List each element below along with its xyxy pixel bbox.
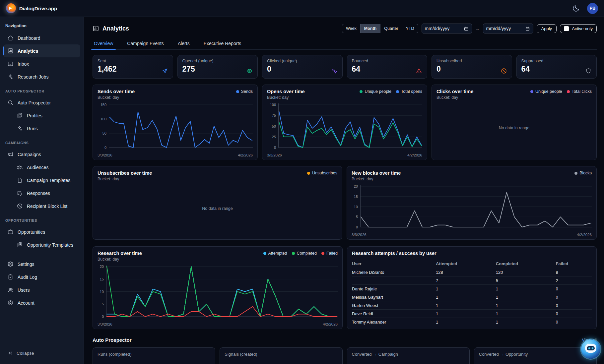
auto-prospector-section-header: Auto Prospector View all — [93, 337, 597, 343]
sidebar-item-inbox[interactable]: Inbox — [3, 57, 80, 70]
sidebar-item-label: Campaigns — [18, 152, 41, 157]
calendar-icon[interactable] — [464, 26, 469, 31]
research-over-time-card: Research over timeAttemptedCompletedFail… — [93, 246, 343, 329]
x-axis-start: 3/3/2026 — [98, 153, 112, 157]
app-name: DialogDrive.app — [19, 6, 57, 11]
tab-bar: OverviewCampaign EventsAlertsExecutive R… — [93, 38, 597, 50]
chat-icon — [17, 190, 23, 196]
chart-bucket-label: Bucket: day — [436, 95, 592, 100]
table-row: Melissa Gayhart110 — [352, 293, 592, 301]
sidebar-section-label: Navigation — [3, 22, 80, 31]
chart-legend: Sends — [236, 89, 253, 94]
sidebar-item-label: Auto Prospector — [18, 100, 51, 105]
legend-item: Attempted — [263, 251, 287, 256]
sidebar-item-profiles[interactable]: Profiles — [13, 109, 80, 122]
warning-icon — [416, 68, 422, 74]
clicks-over-time-card: Clicks over timeUnique peopleTotal click… — [432, 85, 597, 160]
search-icon — [7, 99, 14, 106]
plot-area — [278, 103, 422, 151]
kpi-value: 64 — [521, 65, 592, 74]
range-button-ytd[interactable]: YTD — [402, 24, 418, 33]
page-title: Analytics — [102, 25, 129, 32]
sidebar-item-runs[interactable]: Runs — [13, 122, 80, 135]
range-segmented-control: WeekMonthQuarterYTD — [342, 24, 418, 33]
chart-icon — [7, 48, 14, 54]
auto-prospector-card-converted-campaign: Converted → Campaign — [347, 347, 470, 364]
tab-executive-reports[interactable]: Executive Reports — [203, 38, 242, 49]
sidebar-item-label: Dashboard — [18, 35, 40, 41]
range-button-quarter[interactable]: Quarter — [380, 24, 402, 33]
sidebar-item-label: Profiles — [27, 113, 42, 118]
sidebar-section-label: CAMPAIGNS — [3, 135, 80, 148]
active-only-toggle[interactable]: Active only — [560, 24, 597, 33]
clipboard-icon — [7, 274, 14, 280]
y-axis: 150100500 — [98, 103, 109, 151]
apply-button[interactable]: Apply — [537, 24, 557, 33]
plot-area — [109, 103, 253, 151]
sidebar-item-settings[interactable]: Settings — [3, 258, 80, 271]
no-data-message: No data in range — [436, 100, 592, 156]
home-icon — [7, 35, 14, 41]
kpi-card-opened-unique-: Opened (unique)275 — [177, 55, 258, 79]
charts-row-3: Research over timeAttemptedCompletedFail… — [93, 246, 597, 329]
dark-mode-moon-icon[interactable] — [572, 4, 580, 13]
user-avatar[interactable]: PB — [587, 3, 598, 14]
sidebar-collapse-button[interactable]: Collapse — [3, 347, 80, 359]
sidebar-item-dashboard[interactable]: Dashboard — [3, 31, 80, 44]
kpi-label: Sent — [98, 59, 168, 63]
opens-over-time-card: Opens over timeUnique peopleTotal opensB… — [262, 85, 427, 160]
sidebar-item-label: Recipient Block List — [27, 204, 67, 209]
sidebar-item-campaigns[interactable]: Campaigns — [3, 148, 80, 161]
calendar-icon[interactable] — [525, 26, 530, 31]
sidebar-item-label: Audit Log — [18, 274, 37, 280]
gear-icon — [7, 261, 14, 267]
tab-overview[interactable]: Overview — [93, 38, 114, 49]
bottom-card-label: Converted → Campaign — [352, 352, 398, 357]
assistant-robot-launcher[interactable] — [581, 339, 600, 359]
sidebar-item-auto-prospector[interactable]: Auto Prospector — [3, 96, 80, 109]
sidebar-item-label: Account — [18, 300, 34, 306]
sidebar-item-audit-log[interactable]: Audit Log — [3, 271, 80, 283]
legend-item: Unique people — [530, 89, 562, 94]
sidebar: NavigationDashboardAnalyticsInboxResearc… — [0, 17, 84, 364]
sidebar-item-label: Users — [18, 287, 30, 293]
usercircle-icon — [7, 300, 14, 306]
sidebar-item-campaign-templates[interactable]: Campaign Templates — [13, 174, 80, 187]
tab-alerts[interactable]: Alerts — [177, 38, 190, 49]
sidebar-item-label: Settings — [18, 262, 34, 267]
sidebar-item-opportunities[interactable]: Opportunities — [3, 225, 80, 238]
table-header-row: UserAttemptedCompletedFailed — [352, 259, 592, 268]
sidebar-item-research-jobs[interactable]: Research Jobs — [3, 70, 80, 83]
active-only-checkbox[interactable] — [564, 26, 569, 31]
legend-dot-icon — [307, 172, 310, 175]
sidebar-item-analytics[interactable]: Analytics — [3, 44, 80, 57]
date-to-input[interactable]: mm/dd/yyyy — [483, 24, 533, 33]
legend-item: Completed — [292, 251, 317, 256]
range-button-month[interactable]: Month — [360, 24, 380, 33]
legend-dot-icon — [292, 252, 295, 255]
sidebar-item-responses[interactable]: Responses — [13, 187, 80, 200]
research-table-card: Research attempts / success by userUserA… — [347, 246, 597, 329]
sidebar-item-account[interactable]: Account — [3, 296, 80, 309]
date-from-input[interactable]: mm/dd/yyyy — [422, 24, 472, 33]
sidebar-item-users[interactable]: Users — [3, 283, 80, 296]
sidebar-item-label: Opportunity Templates — [27, 242, 73, 248]
chart-title: Sends over time — [98, 89, 135, 94]
x-axis-start: 3/3/2026 — [98, 322, 112, 326]
legend-item: Sends — [236, 89, 253, 94]
sidebar-item-audiences[interactable]: Audiences — [13, 161, 80, 174]
x-axis-end: 4/2/2026 — [407, 153, 422, 157]
sidebar-item-opportunity-templates[interactable]: Opportunity Templates — [13, 238, 80, 251]
range-button-week[interactable]: Week — [342, 24, 360, 33]
charts-row-2: Unsubscribes over timeUnsubscribesBucket… — [93, 166, 597, 240]
cursor-icon — [331, 68, 338, 74]
auto-prospector-cards: Runs (completed)Signals (created)Convert… — [93, 347, 597, 364]
chart-bucket-label: Bucket: day — [267, 95, 422, 100]
legend-item: Blocks — [574, 171, 592, 175]
sidebar-item-recipient-block-list[interactable]: Recipient Block List — [13, 200, 80, 212]
kpi-label: Unsubscribed — [436, 59, 507, 63]
legend-dot-icon — [574, 172, 577, 175]
tab-campaign-events[interactable]: Campaign Events — [126, 38, 165, 49]
table-row: —752 — [352, 276, 592, 285]
chevrons-left-icon — [7, 350, 13, 356]
